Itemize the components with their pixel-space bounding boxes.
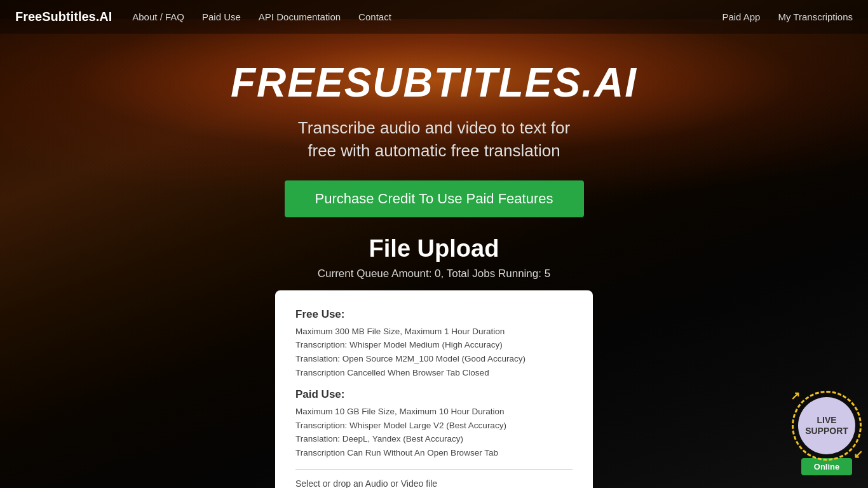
select-file-label: Select or drop an Audio or Video file bbox=[295, 478, 573, 488]
api-docs-link[interactable]: API Documentation bbox=[259, 11, 341, 22]
free-use-details: Maximum 300 MB File Size, Maximum 1 Hour… bbox=[295, 325, 573, 379]
subtitle-line1: Transcribe audio and video to text for bbox=[298, 118, 570, 137]
live-support-widget: ↗ ↙ LIVE SUPPORT Online bbox=[798, 397, 855, 475]
navbar-right: Paid App My Transcriptions bbox=[722, 11, 853, 22]
arrow-bottom-right-icon: ↙ bbox=[853, 448, 863, 462]
navbar: FreeSubtitles.AI About / FAQ Paid Use AP… bbox=[0, 0, 868, 34]
upload-card: Free Use: Maximum 300 MB File Size, Maxi… bbox=[275, 290, 593, 488]
free-line-2: Transcription: Whisper Model Medium (Hig… bbox=[295, 340, 503, 349]
divider bbox=[295, 469, 573, 470]
navbar-links: About / FAQ Paid Use API Documentation C… bbox=[132, 11, 722, 22]
contact-link[interactable]: Contact bbox=[358, 11, 391, 22]
free-line-1: Maximum 300 MB File Size, Maximum 1 Hour… bbox=[295, 327, 505, 336]
live-support-circle[interactable]: ↗ ↙ LIVE SUPPORT bbox=[798, 397, 855, 454]
paid-app-link[interactable]: Paid App bbox=[722, 11, 760, 22]
online-badge[interactable]: Online bbox=[801, 458, 852, 475]
live-support-ring bbox=[792, 391, 862, 461]
my-transcriptions-link[interactable]: My Transcriptions bbox=[778, 11, 853, 22]
file-upload-title: File Upload bbox=[369, 235, 499, 262]
queue-info: Current Queue Amount: 0, Total Jobs Runn… bbox=[318, 268, 550, 280]
paid-use-details: Maximum 10 GB File Size, Maximum 10 Hour… bbox=[295, 405, 573, 459]
free-line-4: Transcription Cancelled When Browser Tab… bbox=[295, 368, 489, 377]
paid-line-1: Maximum 10 GB File Size, Maximum 10 Hour… bbox=[295, 407, 505, 416]
purchase-credit-button[interactable]: Purchase Credit To Use Paid Features bbox=[285, 180, 584, 217]
paid-line-4: Transcription Can Run Without An Open Br… bbox=[295, 448, 498, 458]
paid-line-2: Transcription: Whisper Model Large V2 (B… bbox=[295, 421, 506, 430]
arrow-top-left-icon: ↗ bbox=[790, 390, 800, 403]
paid-use-title: Paid Use: bbox=[295, 388, 573, 401]
subtitle-line2: free with automatic free translation bbox=[308, 141, 560, 160]
site-title: FREESUBTITLES.AI bbox=[231, 59, 637, 106]
about-faq-link[interactable]: About / FAQ bbox=[132, 11, 184, 22]
navbar-brand[interactable]: FreeSubtitles.AI bbox=[15, 10, 112, 24]
free-line-3: Translation: Open Source M2M_100 Model (… bbox=[295, 354, 526, 363]
free-use-title: Free Use: bbox=[295, 308, 573, 321]
main-content: FREESUBTITLES.AI Transcribe audio and vi… bbox=[0, 34, 868, 488]
paid-line-3: Translation: DeepL, Yandex (Best Accurac… bbox=[295, 434, 463, 444]
paid-use-link[interactable]: Paid Use bbox=[202, 11, 241, 22]
site-subtitle: Transcribe audio and video to text for f… bbox=[298, 116, 570, 163]
